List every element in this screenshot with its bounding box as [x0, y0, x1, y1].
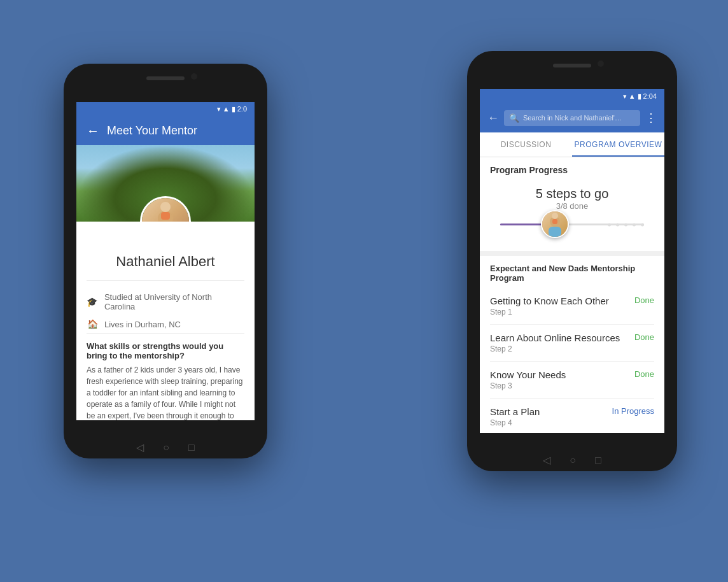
step-name-1: Getting to Know Each Other	[490, 295, 609, 306]
search-bar[interactable]: 🔍 Search in Nick and Nathaniel's Expect.…	[504, 110, 640, 126]
step-status-2: Done	[634, 332, 654, 342]
phone-left: ▾ ▲ ▮ 2:0 ← Meet Your Mentor	[64, 64, 267, 458]
phone-right: ▾ ▲ ▮ 2:04 ← 🔍 Search in Nick and Nathan…	[467, 51, 677, 471]
mentor-name: Nathaniel Albert	[87, 253, 244, 270]
tab-program-overview[interactable]: PROGRAM OVERVIEW	[572, 132, 664, 157]
status-icons-left: ▾ ▲ ▮ 2:0	[217, 105, 247, 113]
nav-recent-icon[interactable]: □	[188, 442, 195, 453]
education-icon: 🎓	[87, 297, 98, 307]
nav-home-icon[interactable]: ○	[163, 442, 169, 453]
education-row: 🎓 Studied at University of North Carolin…	[87, 288, 244, 315]
done-count: 3/8 done	[490, 201, 654, 211]
mentor-bio: What skills or strengths would you bring…	[87, 333, 244, 420]
app-title-left: Meet Your Mentor	[107, 124, 197, 138]
progress-card: 5 steps to go 3/8 done	[490, 181, 654, 243]
step-info-2: Learn About Online Resources Step 2	[490, 332, 620, 353]
step-status-1: Done	[634, 295, 654, 305]
phone-camera-right	[598, 60, 604, 67]
battery-icon-right: ▮	[638, 92, 641, 101]
svg-rect-7	[552, 219, 557, 224]
step-number-3: Step 3	[490, 381, 566, 390]
phone-camera-left	[191, 73, 197, 80]
thumb-avatar	[542, 211, 568, 237]
app-bar-left: ← Meet Your Mentor	[76, 116, 255, 145]
bio-text: As a father of 2 kids under 3 years old,…	[87, 364, 244, 420]
mentor-cover	[76, 145, 255, 222]
phone-speaker-left	[146, 76, 185, 80]
step-number-2: Step 2	[490, 344, 620, 353]
app-bar-right: ← 🔍 Search in Nick and Nathaniel's Expec…	[480, 103, 664, 132]
avatar-image	[142, 198, 189, 222]
back-button-right[interactable]: ←	[487, 111, 499, 125]
nav-back-icon[interactable]: ◁	[136, 441, 144, 453]
step-item-1[interactable]: Getting to Know Each Other Step 1 Done	[490, 288, 654, 325]
step-info-1: Getting to Know Each Other Step 1	[490, 295, 609, 316]
progress-section-title: Program Progress	[490, 165, 654, 175]
svg-point-6	[552, 213, 558, 219]
step-name-3: Know Your Needs	[490, 369, 566, 380]
phone-speaker-right	[553, 64, 591, 67]
location-text: Lives in Durham, NC	[104, 320, 181, 329]
svg-rect-3	[161, 212, 170, 220]
step-name-4: Start a Plan	[490, 406, 540, 417]
progress-track-wrap	[490, 224, 654, 225]
step-status-3: Done	[634, 369, 654, 379]
step-item-2[interactable]: Learn About Online Resources Step 2 Done	[490, 325, 654, 362]
more-button[interactable]: ⋮	[645, 111, 657, 125]
nav-bar-right: ◁ ○ □	[502, 454, 642, 466]
program-progress-section: Program Progress 5 steps to go 3/8 done	[480, 157, 664, 256]
back-button-left[interactable]: ←	[87, 124, 99, 138]
mentorship-program-title: Expectant and New Dads Mentorship Progra…	[490, 264, 654, 283]
nav-back-icon-right[interactable]: ◁	[543, 454, 550, 466]
status-icons-right: ▾ ▲ ▮ 2:04	[623, 92, 657, 101]
progress-thumb	[541, 210, 569, 238]
wifi-icon-right: ▾	[623, 92, 627, 101]
step-info-3: Know Your Needs Step 3	[490, 369, 566, 390]
battery-icon: ▮	[232, 105, 235, 113]
search-icon: 🔍	[509, 113, 519, 123]
signal-icon: ▲	[223, 105, 230, 113]
svg-rect-5	[549, 227, 561, 237]
tab-discussion[interactable]: DISCUSSION	[480, 132, 572, 157]
wifi-icon: ▾	[217, 105, 221, 113]
svg-point-2	[160, 202, 171, 212]
step-name-2: Learn About Online Resources	[490, 332, 620, 343]
status-bar-right: ▾ ▲ ▮ 2:04	[480, 89, 664, 103]
step-item-4[interactable]: Start a Plan Step 4 In Progress	[490, 399, 654, 433]
education-text: Studied at University of North Carolina	[104, 292, 244, 311]
steps-to-go: 5 steps to go	[490, 187, 654, 201]
signal-icon-right: ▲	[629, 92, 636, 100]
location-row: 🏠 Lives in Durham, NC	[87, 315, 244, 333]
step-status-4: In Progress	[612, 406, 654, 416]
phone-screen-left: ▾ ▲ ▮ 2:0 ← Meet Your Mentor	[76, 102, 255, 420]
mentor-details: 🎓 Studied at University of North Carolin…	[87, 280, 244, 333]
tabs-bar: DISCUSSION PROGRAM OVERVIEW	[480, 132, 664, 157]
phone-screen-right: ▾ ▲ ▮ 2:04 ← 🔍 Search in Nick and Nathan…	[480, 89, 664, 433]
step-item-3[interactable]: Know Your Needs Step 3 Done	[490, 362, 654, 399]
step-number-1: Step 1	[490, 308, 609, 316]
nav-recent-icon-right[interactable]: □	[595, 455, 601, 466]
nav-home-icon-right[interactable]: ○	[570, 455, 576, 466]
search-text: Search in Nick and Nathaniel's Expect...	[523, 114, 625, 122]
home-icon: 🏠	[87, 319, 98, 329]
time-right: 2:04	[643, 92, 657, 100]
step-number-4: Step 4	[490, 418, 540, 427]
mentor-info: Nathaniel Albert 🎓 Studied at University…	[76, 222, 255, 420]
steps-list-section: Expectant and New Dads Mentorship Progra…	[480, 256, 664, 433]
status-bar-left: ▾ ▲ ▮ 2:0	[76, 102, 255, 116]
nav-bar-left: ◁ ○ □	[95, 441, 235, 453]
time-left: 2:0	[237, 105, 247, 113]
step-info-4: Start a Plan Step 4	[490, 406, 540, 427]
bio-question: What skills or strengths would you bring…	[87, 341, 244, 360]
